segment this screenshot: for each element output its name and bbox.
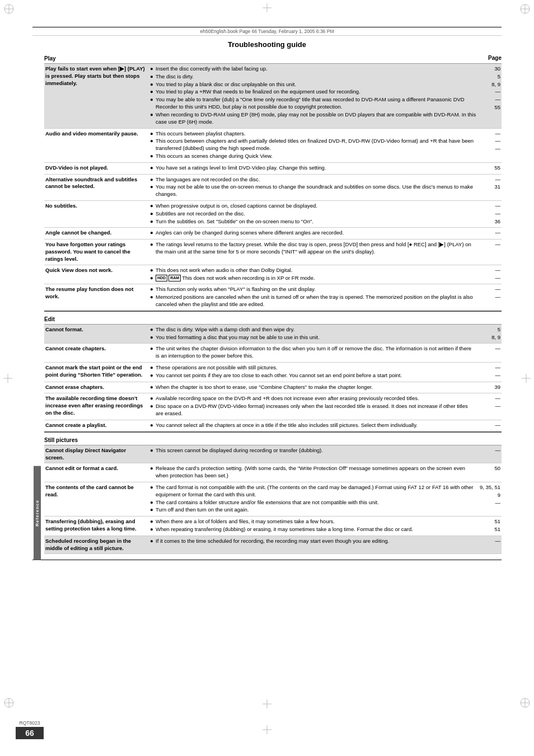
bullet-item: ●You may be able to transfer (dub) a "On… <box>150 96 476 111</box>
badge-ram: RAM <box>168 275 181 281</box>
bullet-item: ●You tried to play a blank disc or disc … <box>150 81 476 88</box>
bullet-item: ●Memorized positions are canceled when t… <box>150 294 476 308</box>
page-number-entry: — <box>480 145 500 153</box>
bullet-icon: ● <box>150 518 156 524</box>
bullet-text: Release the card's protection setting. (… <box>156 465 476 480</box>
bullet-text: The card contains a folder structure and… <box>156 499 476 506</box>
table-row: DVD-Video is not played.●You have set a … <box>44 162 502 174</box>
problem-cell: Transferring (dubbing), erasing and sett… <box>44 516 148 536</box>
side-mark-right <box>522 374 531 383</box>
table-row: Cannot create a playlist.●You cannot sel… <box>44 420 502 431</box>
page-number-entry: 8, 9 <box>480 334 500 341</box>
page-num-cell: — <box>479 536 502 554</box>
bullet-item: ●You tried formatting a disc that you ma… <box>150 334 476 341</box>
causes-cell: ●You cannot select all the chapters at o… <box>148 420 479 431</box>
table-row: Audio and video momentarily pause.●This … <box>44 128 502 162</box>
page-num-cell: —— <box>479 265 502 284</box>
page-number-entry: 51 <box>480 518 500 525</box>
bullet-item: ●The unit writes the chapter division in… <box>150 345 476 360</box>
bullet-icon: ● <box>150 229 156 236</box>
bullet-icon: ● <box>150 345 156 351</box>
bullet-text: You cannot set points if they are too cl… <box>156 372 476 379</box>
bullet-text: When repeating transferring (dubbing) or… <box>156 526 476 533</box>
corner-mark-br <box>519 697 531 708</box>
page-number-entry: — <box>480 210 500 218</box>
bullet-icon: ● <box>150 218 156 224</box>
bullet-item: ●The card contains a folder structure an… <box>150 499 476 506</box>
causes-cell: ●This occurs between playlist chapters.●… <box>148 128 479 162</box>
causes-cell: ●Angles can only be changed during scene… <box>148 228 479 240</box>
table-row: Alternative soundtrack and subtitles can… <box>44 174 502 200</box>
page-num-cell: 50 <box>479 463 502 482</box>
bullet-text: You tried to play a blank disc or disc u… <box>156 81 476 88</box>
bullet-icon: ● <box>150 96 156 102</box>
page-num-cell: — <box>479 344 502 363</box>
bullet-item: ●You may not be able to use the on-scree… <box>150 184 476 198</box>
bullet-icon: ● <box>150 210 156 217</box>
page-number-entry: — <box>480 88 500 96</box>
bullet-item: ●When recording to DVD-RAM using EP (8H)… <box>150 111 476 126</box>
causes-cell: ●When progressive output is on, closed c… <box>148 201 479 228</box>
bullet-item: ●Angles can only be changed during scene… <box>150 229 476 237</box>
table-row: The contents of the card cannot be read.… <box>44 482 502 516</box>
bullet-icon: ● <box>150 81 156 87</box>
bullet-icon: ● <box>150 403 156 409</box>
bullet-icon: ● <box>150 111 156 118</box>
bullet-icon: ● <box>150 286 156 292</box>
bullet-text: You may be able to transfer (dub) a "One… <box>156 96 476 111</box>
page-num-cell: —31 <box>479 174 502 200</box>
table-row: The available recording time doesn't inc… <box>44 393 502 420</box>
bullet-text: You have set a ratings level to limit DV… <box>156 165 476 172</box>
page-number-entry: 31 <box>480 184 500 191</box>
bullet-text: Disc space on a DVD-RW (DVD-Video format… <box>156 403 476 417</box>
side-mark-top <box>263 3 271 12</box>
bullet-icon: ● <box>150 153 156 159</box>
problem-cell: Cannot format. <box>44 324 148 344</box>
page-num-cell: 55 <box>479 162 502 174</box>
model-number: RQT8023 <box>20 720 40 726</box>
page-number-entry: — <box>480 395 500 402</box>
bullet-text: The ratings level returns to the factory… <box>156 241 476 256</box>
causes-cell: ●Insert the disc correctly with the labe… <box>148 64 479 129</box>
bullet-text: This screen cannot be displayed during r… <box>156 447 476 454</box>
causes-cell: ●The ratings level returns to the factor… <box>148 240 479 265</box>
bullet-item: ●When progressive output is on, closed c… <box>150 203 476 210</box>
bullet-item: ●When there are a lot of folders and fil… <box>150 518 476 525</box>
bullet-text: HDDRAMThis does not work when recording … <box>156 275 476 282</box>
bullet-text: These operations are not possible with s… <box>156 364 476 372</box>
bullet-icon: ● <box>150 326 156 332</box>
page-number-entry: 9 <box>480 492 500 499</box>
bullet-text: The card format is not compatible with t… <box>156 484 476 499</box>
table-row: Cannot mark the start point or the end p… <box>44 363 502 382</box>
page-num-cell: —— <box>479 284 502 311</box>
bullet-item: ●When the chapter is too short to erase,… <box>150 384 476 391</box>
bullet-icon: ● <box>150 176 156 182</box>
bullet-text: Turn off and then turn on the unit again… <box>156 506 476 514</box>
table-row: The resume play function does not work.●… <box>44 284 502 311</box>
bullet-icon: ● <box>150 138 156 144</box>
corner-mark-bl <box>3 697 15 708</box>
problem-cell: Cannot edit or format a card. <box>44 463 148 482</box>
table-row: Cannot create chapters.●The unit writes … <box>44 344 502 363</box>
bullet-item: ●You have set a ratings level to limit D… <box>150 165 476 172</box>
problem-cell: Audio and video momentarily pause. <box>44 128 148 162</box>
causes-cell: ●The disc is dirty. Wipe with a damp clo… <box>148 324 479 344</box>
page-number-entry: — <box>480 267 500 274</box>
page-num-cell: 3058, 9——55 <box>479 64 502 129</box>
bullet-item: ●Turn off and then turn on the unit agai… <box>150 506 476 514</box>
page-num-cell: 58, 9 <box>479 324 502 344</box>
bullet-text: When there are a lot of folders and file… <box>156 518 476 525</box>
bullet-text: You cannot select all the chapters at on… <box>156 422 476 429</box>
bullet-text: The disc is dirty. Wipe with a damp clot… <box>156 326 476 334</box>
bullet-item: ●The ratings level returns to the factor… <box>150 241 476 256</box>
problem-cell: Quick View does not work. <box>44 265 148 284</box>
bullet-item: ●Release the card's protection setting. … <box>150 465 476 480</box>
bullet-icon: ● <box>150 130 156 137</box>
page-num-cell: ——36 <box>479 201 502 228</box>
causes-cell: ●The languages are not recorded on the d… <box>148 174 479 200</box>
page-number-entry: — <box>480 130 500 138</box>
page-number-entry: — <box>480 447 500 454</box>
bullet-icon: ● <box>150 88 156 95</box>
bullet-text: You tried formatting a disc that you may… <box>156 334 476 341</box>
bullet-text: Turn the subtitles on. Set "Subtitle" on… <box>156 218 476 226</box>
